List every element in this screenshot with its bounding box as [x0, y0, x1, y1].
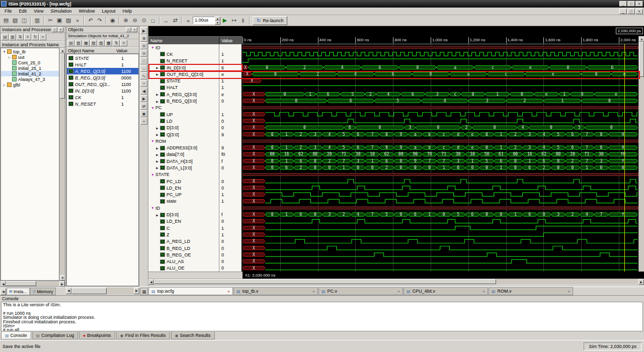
- child-restore-button[interactable]: □: [627, 9, 635, 14]
- tab-scroll-left-icon[interactable]: ◀: [1, 289, 6, 295]
- objects-hscroll-track[interactable]: [71, 288, 134, 294]
- menu-item-edit[interactable]: Edit: [16, 8, 31, 14]
- delete-icon[interactable]: ×: [73, 16, 82, 25]
- wave-vscroll-track[interactable]: [639, 42, 644, 273]
- object-row-in-d-3-0[interactable]: ∿IN_D[3:0]1100: [67, 87, 138, 94]
- panel-close-button[interactable]: ×: [132, 27, 137, 32]
- wave-signal-name-q-3-0[interactable]: ▶∿Q[3:0]: [148, 131, 219, 138]
- maximize-button[interactable]: □: [627, 1, 635, 7]
- instances-hscroll-track[interactable]: [6, 281, 59, 286]
- show-internal-icon[interactable]: ▧: [90, 40, 97, 46]
- group-collapse-icon[interactable]: ▼: [150, 173, 155, 177]
- wave-value-column-header[interactable]: Value: [219, 36, 243, 44]
- object-row-ck[interactable]: ∿CK1: [67, 94, 138, 101]
- wave-signal-name-pc-up[interactable]: ∿PC_UP: [148, 192, 219, 198]
- zoom-out-icon[interactable]: ⊖: [140, 42, 147, 49]
- wave-signal-name-pc-ld[interactable]: ∿PC_LD: [148, 178, 219, 185]
- bus-expand-icon[interactable]: ▶: [155, 100, 159, 103]
- copy-icon[interactable]: ▣: [55, 16, 64, 25]
- title-bar[interactable]: ISim (P20131013) - [top.wcfg] _□×: [0, 0, 644, 8]
- scroll-right-icon[interactable]: ▶: [638, 279, 644, 285]
- wave-signal-name-data-l-3-0[interactable]: ▶∿DATA_L[3:0]: [148, 164, 219, 171]
- wave-signal-name-out-reg-q-3-0[interactable]: ▶∿OUT_REG_Q[3:0]: [148, 71, 219, 77]
- close-tab-icon[interactable]: ×: [568, 289, 570, 294]
- instance-tree-item-uut[interactable]: ▷uut: [1, 54, 59, 60]
- waveform-canvas[interactable]: [243, 44, 638, 272]
- zoom-full-icon[interactable]: ⊙: [139, 16, 148, 25]
- scroll-down-icon[interactable]: ▼: [60, 275, 65, 281]
- editor-tab-pc-v[interactable]: ▤PC.v×: [318, 287, 403, 295]
- wave-signal-name-c[interactable]: ∿C: [148, 225, 219, 231]
- wave-signal-name-state[interactable]: ▼STATE: [148, 171, 219, 178]
- scroll-left-icon[interactable]: ◀: [66, 288, 71, 294]
- expander-icon[interactable]: ▷: [2, 83, 7, 86]
- filter-icon[interactable]: ≡: [120, 40, 127, 46]
- scroll-up-icon[interactable]: ▲: [639, 36, 644, 42]
- wave-signal-name-data-h-3-0[interactable]: ▶∿DATA_H[3:0]: [148, 158, 219, 164]
- wave-ruler[interactable]: 0 ns200 ns400 ns600 ns800 ns1,000 ns1,20…: [243, 36, 638, 44]
- find-icon[interactable]: ◉: [108, 16, 117, 25]
- editor-tab-rom-v[interactable]: ▤ROM.v×: [489, 287, 573, 295]
- relaunch-button[interactable]: ↻Re-launch: [253, 16, 287, 25]
- object-row-halt[interactable]: ∿HALT1: [67, 61, 138, 68]
- panel-tab-insta[interactable]: ▤Insta...: [7, 288, 30, 295]
- wave-signal-name-alu-as[interactable]: ∿ALU_AS: [148, 258, 219, 265]
- bus-expand-icon[interactable]: ▶: [155, 153, 159, 156]
- wave-signal-name-n-reset[interactable]: ∿N_RESET: [148, 58, 219, 64]
- instances-hscrollbar[interactable]: ◀ ▶: [1, 281, 65, 286]
- bus-expand-icon[interactable]: ▶: [155, 166, 159, 169]
- instances-panel-title-bar[interactable]: Instances and Processes □×: [1, 27, 65, 33]
- group-collapse-icon[interactable]: ▼: [150, 206, 155, 210]
- menu-item-simulation[interactable]: Simulation: [47, 8, 75, 14]
- refresh-icon[interactable]: ↻: [32, 34, 39, 40]
- instances-hscroll-thumb[interactable]: [6, 281, 36, 286]
- undo-icon[interactable]: ↶: [86, 16, 95, 25]
- run-duration-stepper-down-icon[interactable]: ▼: [215, 21, 220, 25]
- new-file-icon[interactable]: ▤: [2, 16, 11, 25]
- instance-tree-item-initial-41-2[interactable]: Initial_41_2: [1, 71, 59, 76]
- bus-expand-icon[interactable]: ▶: [155, 213, 159, 217]
- wave-signal-name-alu-oe[interactable]: ∿ALU_OE: [148, 265, 219, 272]
- objects-panel-title-bar[interactable]: Objects □×: [66, 27, 139, 33]
- zoom-area-icon[interactable]: □: [148, 16, 157, 25]
- wave-signal-name-z[interactable]: ∿Z: [148, 231, 219, 238]
- zoom-area-icon[interactable]: □: [140, 57, 147, 64]
- editor-grid-icon[interactable]: ▦: [140, 288, 148, 295]
- sort-icon[interactable]: ⇅: [113, 40, 120, 46]
- bus-expand-icon[interactable]: ▶: [155, 159, 159, 163]
- bus-expand-icon[interactable]: ▶: [155, 72, 159, 76]
- menu-item-window[interactable]: Window: [75, 8, 98, 14]
- instance-tree-item-glbl[interactable]: ▷glbl: [1, 82, 59, 87]
- expander-icon[interactable]: ▷: [7, 55, 12, 59]
- close-tab-icon[interactable]: ×: [227, 289, 230, 294]
- instances-vscrollbar[interactable]: ▲ ▼: [59, 48, 65, 281]
- console-output[interactable]: This is a Lite version of ISim. # run 10…: [1, 302, 643, 331]
- run-duration-input[interactable]: 1.00us: [193, 17, 215, 24]
- dock-tab-compilation-log[interactable]: ▤Compilation Log: [32, 332, 78, 339]
- crosshair-icon[interactable]: ◉: [140, 110, 147, 117]
- sort-icon[interactable]: ⇅: [17, 34, 24, 40]
- wave-signal-name-in-d-3-0[interactable]: ▶∿IN_D[3:0]: [148, 64, 219, 71]
- dock-tab-console[interactable]: ▤Console: [1, 332, 31, 339]
- scroll-left-icon[interactable]: ◀: [1, 281, 6, 287]
- wave-signal-name-address-3-0[interactable]: ▶∿ADDRESS[3:0]: [148, 144, 219, 151]
- wave-signal-name-ld-en[interactable]: ∿LD_EN: [148, 185, 219, 191]
- bus-expand-icon[interactable]: ▶: [155, 133, 159, 136]
- show-inputs-icon[interactable]: ▤: [67, 40, 74, 46]
- wave-signal-name-state[interactable]: ∿state: [148, 198, 219, 205]
- save-icon[interactable]: ◫: [20, 16, 29, 25]
- close-tab-icon[interactable]: ×: [482, 289, 485, 294]
- cut-icon[interactable]: ✂: [46, 16, 55, 25]
- bus-expand-icon[interactable]: ▶: [155, 146, 159, 150]
- wave-signal-name-d-3-0[interactable]: ▶∿D[3:0]: [148, 211, 219, 218]
- instances-vscroll-track[interactable]: [60, 53, 65, 275]
- wave-signal-name-up[interactable]: ∿UP: [148, 111, 219, 118]
- close-button[interactable]: ×: [635, 1, 643, 7]
- swap-icon[interactable]: ⇄: [171, 16, 180, 25]
- marker-prev-icon[interactable]: ◀: [140, 87, 147, 95]
- show-constants-icon[interactable]: ▨: [98, 40, 105, 46]
- zoom-in-icon[interactable]: ⊕: [121, 16, 130, 25]
- wave-signal-name-d-3-0[interactable]: ▶∿D[3:0]: [148, 125, 219, 131]
- object-row-a-reg-q-3-0[interactable]: ∿A_REG_Q[3:0]1100: [67, 68, 138, 74]
- wave-signal-name-id[interactable]: ▼ID: [148, 205, 219, 211]
